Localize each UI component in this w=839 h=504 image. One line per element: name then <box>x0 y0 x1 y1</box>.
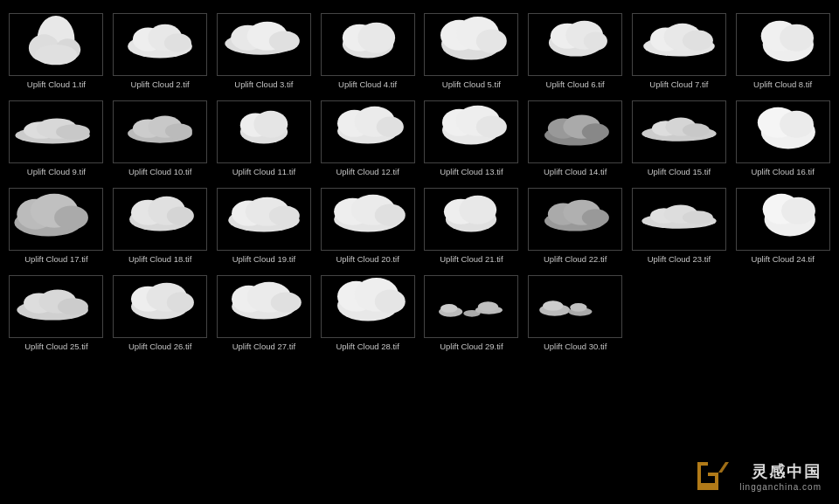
thumbnail-11 <box>217 100 311 163</box>
list-item: Uplift Cloud 2.tif <box>108 9 212 96</box>
watermark-logo-icon <box>694 459 732 494</box>
thumbnail-14 <box>528 100 622 163</box>
svg-marker-145 <box>697 462 718 490</box>
file-label-6: Uplift Cloud 6.tif <box>546 79 605 89</box>
thumbnail-30 <box>528 275 622 338</box>
svg-point-23 <box>476 30 507 53</box>
svg-point-85 <box>167 206 194 224</box>
list-item: Uplift Cloud 8.tif <box>731 9 835 96</box>
thumbnail-21 <box>424 188 518 251</box>
list-item: Uplift Cloud 21.tif <box>420 183 524 271</box>
svg-point-71 <box>683 123 710 137</box>
list-item: Uplift Cloud 7.tif <box>628 9 732 96</box>
list-item: Uplift Cloud 11.tif <box>212 96 316 183</box>
thumbnail-2 <box>113 13 207 76</box>
svg-point-33 <box>683 30 713 50</box>
thumbnail-20 <box>321 188 415 251</box>
file-label-25: Uplift Cloud 25.tif <box>24 342 87 351</box>
list-item: Uplift Cloud 4.tif <box>315 9 420 96</box>
svg-point-18 <box>357 23 395 53</box>
list-item: Uplift Cloud 29.tif <box>420 271 524 358</box>
list-item: Uplift Cloud 14.tif <box>524 96 628 183</box>
list-item: Uplift Cloud 25.tif <box>4 271 108 358</box>
svg-point-4 <box>35 45 78 65</box>
list-item: Uplift Cloud 9.tif <box>4 96 108 183</box>
svg-point-113 <box>781 197 815 224</box>
svg-point-138 <box>440 304 457 313</box>
thumbnail-22 <box>528 188 622 251</box>
watermark-url-label: lingganchina.com <box>739 482 822 492</box>
thumbnail-27 <box>217 275 311 338</box>
file-label-12: Uplift Cloud 12.tif <box>336 167 399 176</box>
thumbnail-8 <box>736 13 830 76</box>
file-label-30: Uplift Cloud 30.tif <box>544 342 607 351</box>
file-label-9: Uplift Cloud 9.tif <box>27 167 86 176</box>
svg-point-123 <box>167 292 194 312</box>
list-item: Uplift Cloud 3.tif <box>212 9 316 96</box>
thumbnail-26 <box>113 275 207 338</box>
list-item: Uplift Cloud 19.tif <box>212 183 316 271</box>
svg-point-56 <box>376 117 403 137</box>
svg-point-37 <box>780 24 814 52</box>
list-item: Uplift Cloud 15.tif <box>628 96 732 183</box>
list-item: Uplift Cloud 23.tif <box>628 183 732 271</box>
list-item: Uplift Cloud 16.tif <box>731 96 835 183</box>
file-label-29: Uplift Cloud 29.tif <box>440 342 503 351</box>
file-label-20: Uplift Cloud 20.tif <box>336 254 399 264</box>
file-label-10: Uplift Cloud 10.tif <box>128 167 191 176</box>
svg-point-109 <box>683 211 713 224</box>
list-item: Uplift Cloud 18.tif <box>108 183 212 271</box>
thumbnail-10 <box>113 100 207 163</box>
thumbnail-24 <box>736 188 830 251</box>
svg-point-133 <box>374 290 405 314</box>
list-item: Uplift Cloud 30.tif <box>524 271 628 358</box>
svg-point-143 <box>543 300 563 311</box>
svg-point-9 <box>164 33 191 52</box>
svg-point-14 <box>269 31 300 51</box>
file-label-27: Uplift Cloud 27.tif <box>232 342 295 351</box>
thumbnail-1 <box>9 13 103 76</box>
list-item: Uplift Cloud 27.tif <box>212 271 316 358</box>
file-label-17: Uplift Cloud 17.tif <box>24 254 87 264</box>
svg-point-66 <box>582 123 609 140</box>
file-label-11: Uplift Cloud 11.tif <box>232 167 295 176</box>
watermark-text: 灵感中国 lingganchina.com <box>739 461 822 492</box>
svg-point-80 <box>54 205 88 229</box>
cloud-grid: Uplift Cloud 1.tif Uplift Cloud 2.tif <box>0 0 839 367</box>
list-item: Uplift Cloud 1.tif <box>4 9 108 96</box>
thumbnail-29 <box>424 275 518 338</box>
file-label-21: Uplift Cloud 21.tif <box>440 254 503 264</box>
file-label-5: Uplift Cloud 5.tif <box>442 79 501 89</box>
thumbnail-12 <box>321 100 415 163</box>
list-item: Uplift Cloud 20.tif <box>315 183 420 271</box>
file-label-7: Uplift Cloud 7.tif <box>649 79 708 89</box>
svg-point-51 <box>253 111 288 138</box>
thumbnail-25 <box>9 275 103 338</box>
watermark: 灵感中国 lingganchina.com <box>694 459 822 494</box>
thumbnail-17 <box>9 188 103 251</box>
watermark-cn-label: 灵感中国 <box>752 461 822 482</box>
file-label-16: Uplift Cloud 16.tif <box>751 167 814 176</box>
file-label-14: Uplift Cloud 14.tif <box>544 167 607 176</box>
file-label-15: Uplift Cloud 15.tif <box>648 167 711 176</box>
svg-point-144 <box>570 303 586 312</box>
thumbnail-15 <box>632 100 726 163</box>
list-item: Uplift Cloud 24.tif <box>731 183 835 271</box>
file-label-22: Uplift Cloud 22.tif <box>544 254 607 264</box>
svg-point-139 <box>478 301 498 312</box>
list-item: Uplift Cloud 10.tif <box>108 96 212 183</box>
thumbnail-23 <box>632 188 726 251</box>
list-item: Uplift Cloud 17.tif <box>4 183 108 271</box>
file-label-19: Uplift Cloud 19.tif <box>232 254 295 264</box>
list-item: Uplift Cloud 12.tif <box>315 96 420 183</box>
file-label-2: Uplift Cloud 2.tif <box>131 79 190 89</box>
list-item: Uplift Cloud 13.tif <box>420 96 524 183</box>
svg-rect-134 <box>426 276 517 337</box>
svg-point-47 <box>165 123 192 139</box>
svg-point-104 <box>582 209 609 225</box>
thumbnail-13 <box>424 100 518 163</box>
svg-point-61 <box>476 116 507 138</box>
svg-point-95 <box>374 204 405 226</box>
svg-point-118 <box>58 298 88 314</box>
svg-point-42 <box>56 124 90 140</box>
